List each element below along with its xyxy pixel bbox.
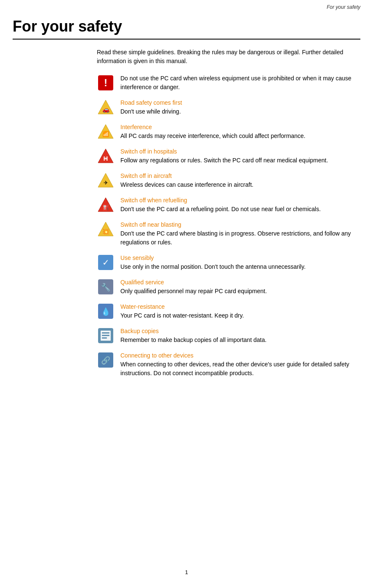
water-title: Water-resistance <box>120 302 360 311</box>
blasting-title: Switch off near blasting <box>120 220 360 229</box>
svg-text:💥: 💥 <box>102 228 109 235</box>
safety-item-prohibited: ! Do not use the PC card when wireless e… <box>97 74 360 92</box>
aircraft-text: Switch off in aircraft Wireless devices … <box>120 172 360 189</box>
svg-text:H: H <box>104 155 108 162</box>
water-body: Your PC card is not water-resistant. Kee… <box>120 311 360 320</box>
svg-rect-24 <box>102 332 109 334</box>
aircraft-icon: ✈ <box>97 172 115 189</box>
interference-body: All PC cards may receive interference, w… <box>120 132 360 140</box>
sensibly-body: Use only in the normal position. Don't t… <box>120 262 360 271</box>
svg-rect-26 <box>102 337 107 339</box>
connecting-icon: 🔗 <box>97 351 115 369</box>
intro-paragraph: Read these simple guidelines. Breaking t… <box>97 48 360 66</box>
sensibly-text: Use sensibly Use only in the normal posi… <box>120 254 360 271</box>
safety-item-water: 💧 Water-resistance Your PC card is not w… <box>97 302 360 320</box>
road-icon: 🚗 🚗 <box>97 98 115 116</box>
page-header: For your safety <box>0 0 373 10</box>
backup-body: Remember to make backup copies of all im… <box>120 336 360 344</box>
qualified-text: Qualified service Only qualified personn… <box>120 278 360 296</box>
svg-text:✈: ✈ <box>104 180 108 186</box>
svg-text:⛽: ⛽ <box>102 204 109 211</box>
backup-title: Backup copies <box>120 327 360 336</box>
safety-item-connecting: 🔗 Connecting to other devices When conne… <box>97 351 360 378</box>
page-title: For your safety <box>13 18 360 40</box>
header-text: For your safety <box>327 4 360 10</box>
svg-text:📶: 📶 <box>102 130 109 138</box>
refuelling-body: Don't use the PC card at a refueling poi… <box>120 205 360 214</box>
refuelling-title: Switch off when refuelling <box>120 196 360 205</box>
safety-item-hospitals: + H Switch off in hospitals Follow any r… <box>97 147 360 165</box>
aircraft-body: Wireless devices can cause interference … <box>120 180 360 189</box>
refuelling-icon: ⛽ <box>97 196 115 214</box>
qualified-icon: 🔧 <box>97 278 115 296</box>
safety-item-qualified: 🔧 Qualified service Only qualified perso… <box>97 278 360 296</box>
svg-text:💧: 💧 <box>101 307 111 316</box>
prohibited-icon: ! <box>97 74 115 92</box>
content-area: Read these simple guidelines. Breaking t… <box>97 48 360 378</box>
interference-icon: 📶 <box>97 123 115 140</box>
svg-text:✓: ✓ <box>102 258 109 267</box>
qualified-body: Only qualified personnel may repair PC c… <box>120 287 360 296</box>
water-icon: 💧 <box>97 302 115 320</box>
safety-item-road: 🚗 🚗 Road safety comes first Don't use wh… <box>97 98 360 116</box>
safety-item-sensibly: ✓ Use sensibly Use only in the normal po… <box>97 254 360 271</box>
svg-rect-25 <box>102 335 109 336</box>
safety-item-aircraft: ✈ Switch off in aircraft Wireless device… <box>97 172 360 189</box>
connecting-body: When connecting to other devices, read t… <box>120 360 360 378</box>
sensibly-icon: ✓ <box>97 254 115 271</box>
hospitals-text: Switch off in hospitals Follow any regul… <box>120 147 360 165</box>
connecting-text: Connecting to other devices When connect… <box>120 351 360 378</box>
interference-text: Interference All PC cards may receive in… <box>120 123 360 140</box>
safety-item-refuelling: ⛽ Switch off when refuelling Don't use t… <box>97 196 360 214</box>
refuelling-text: Switch off when refuelling Don't use the… <box>120 196 360 214</box>
safety-item-blasting: 💥 Switch off near blasting Don't use the… <box>97 220 360 247</box>
hospitals-body: Follow any regulations or rules. Switch … <box>120 156 360 165</box>
road-text: Road safety comes first Don't use while … <box>120 98 360 116</box>
svg-text:!: ! <box>104 77 107 88</box>
svg-text:🔧: 🔧 <box>101 283 111 292</box>
interference-title: Interference <box>120 123 360 132</box>
safety-item-backup: Backup copies Remember to make backup co… <box>97 327 360 344</box>
road-title: Road safety comes first <box>120 98 360 107</box>
page-number: 1 <box>0 569 373 575</box>
aircraft-title: Switch off in aircraft <box>120 172 360 180</box>
svg-text:🔗: 🔗 <box>101 356 111 365</box>
connecting-title: Connecting to other devices <box>120 351 360 360</box>
water-text: Water-resistance Your PC card is not wat… <box>120 302 360 320</box>
hospitals-icon: + H <box>97 147 115 165</box>
prohibited-body: Do not use the PC card when wireless equ… <box>120 75 352 90</box>
sensibly-title: Use sensibly <box>120 254 360 262</box>
qualified-title: Qualified service <box>120 278 360 287</box>
prohibited-text: Do not use the PC card when wireless equ… <box>120 74 360 92</box>
backup-text: Backup copies Remember to make backup co… <box>120 327 360 344</box>
backup-icon <box>97 327 115 344</box>
safety-item-interference: 📶 Interference All PC cards may receive … <box>97 123 360 140</box>
hospitals-title: Switch off in hospitals <box>120 147 360 156</box>
road-body: Don't use while driving. <box>120 107 360 116</box>
blasting-text: Switch off near blasting Don't use the P… <box>120 220 360 247</box>
blasting-icon: 💥 <box>97 220 115 238</box>
svg-text:🚗: 🚗 <box>102 106 110 113</box>
blasting-body: Don't use the PC card where blasting is … <box>120 229 360 247</box>
